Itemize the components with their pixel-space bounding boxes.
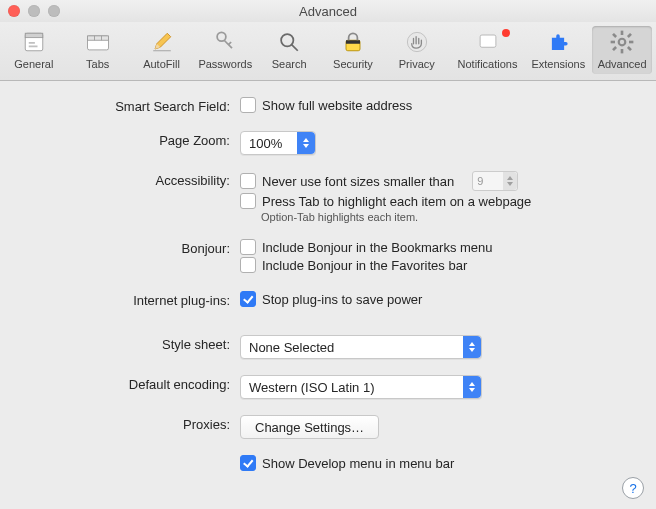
lock-icon xyxy=(339,28,367,56)
checkbox-show-develop-menu[interactable] xyxy=(240,455,256,471)
select-value: Western (ISO Latin 1) xyxy=(241,380,463,395)
notification-badge xyxy=(502,29,510,37)
search-icon xyxy=(275,28,303,56)
general-icon xyxy=(20,28,48,56)
tab-label: Privacy xyxy=(399,58,435,70)
svg-rect-27 xyxy=(612,46,617,51)
stepper-arrows-icon xyxy=(463,336,481,358)
hand-icon xyxy=(403,28,431,56)
svg-rect-26 xyxy=(627,33,632,38)
svg-line-13 xyxy=(229,42,232,45)
checkbox-min-font-size[interactable] xyxy=(240,173,256,189)
tab-tabs[interactable]: Tabs xyxy=(68,26,128,74)
svg-rect-24 xyxy=(629,41,633,44)
window-minimize-button[interactable] xyxy=(28,5,40,17)
help-button[interactable]: ? xyxy=(622,477,644,499)
tab-extensions[interactable]: Extensions xyxy=(528,26,588,74)
checkbox-label: Press Tab to highlight each item on a we… xyxy=(262,194,531,209)
notification-icon xyxy=(474,28,502,56)
select-default-encoding[interactable]: Western (ISO Latin 1) xyxy=(240,375,482,399)
help-icon: ? xyxy=(629,481,636,496)
svg-point-18 xyxy=(407,32,426,51)
label-accessibility: Accessibility: xyxy=(20,171,240,188)
select-value: None Selected xyxy=(241,340,463,355)
label-bonjour: Bonjour: xyxy=(20,239,240,256)
tab-label: Tabs xyxy=(86,58,109,70)
checkbox-tab-highlight[interactable] xyxy=(240,193,256,209)
svg-point-29 xyxy=(620,40,624,44)
svg-rect-2 xyxy=(29,42,35,44)
tab-general[interactable]: General xyxy=(4,26,64,74)
select-page-zoom[interactable]: 100% xyxy=(240,131,316,155)
tab-label: AutoFill xyxy=(143,58,180,70)
label-plugins: Internet plug-ins: xyxy=(20,291,240,308)
tab-label: Advanced xyxy=(598,58,647,70)
tab-label: General xyxy=(14,58,53,70)
svg-rect-5 xyxy=(87,36,108,40)
svg-rect-19 xyxy=(480,35,496,47)
svg-rect-1 xyxy=(25,33,43,37)
svg-rect-28 xyxy=(627,46,632,51)
stepper-arrows-icon xyxy=(463,376,481,398)
tab-label: Search xyxy=(272,58,307,70)
button-change-proxy-settings[interactable]: Change Settings… xyxy=(240,415,379,439)
button-label: Change Settings… xyxy=(255,420,364,435)
stepper-arrows-icon xyxy=(503,172,517,190)
label-style-sheet: Style sheet: xyxy=(20,335,240,352)
tab-label: Passwords xyxy=(198,58,252,70)
select-min-font-size: 9 xyxy=(472,171,518,191)
label-proxies: Proxies: xyxy=(20,415,240,432)
label-page-zoom: Page Zoom: xyxy=(20,131,240,148)
prefs-toolbar: General Tabs AutoFill Passwords Search S… xyxy=(0,22,656,81)
window-zoom-button[interactable] xyxy=(48,5,60,17)
svg-rect-17 xyxy=(346,40,360,44)
checkbox-stop-plugins[interactable] xyxy=(240,291,256,307)
checkbox-label: Show full website address xyxy=(262,98,412,113)
select-style-sheet[interactable]: None Selected xyxy=(240,335,482,359)
tab-label: Notifications xyxy=(458,58,518,70)
tab-advanced[interactable]: Advanced xyxy=(592,26,652,74)
checkbox-show-full-url[interactable] xyxy=(240,97,256,113)
svg-rect-3 xyxy=(29,46,38,48)
svg-rect-23 xyxy=(611,41,615,44)
label-smart-search: Smart Search Field: xyxy=(20,97,240,114)
window-title: Advanced xyxy=(0,4,656,19)
checkbox-label: Include Bonjour in the Bookmarks menu xyxy=(262,240,493,255)
checkbox-label: Include Bonjour in the Favorites bar xyxy=(262,258,467,273)
tab-autofill[interactable]: AutoFill xyxy=(132,26,192,74)
tab-passwords[interactable]: Passwords xyxy=(195,26,255,74)
tab-label: Extensions xyxy=(531,58,585,70)
select-value: 9 xyxy=(473,175,503,187)
tab-privacy[interactable]: Privacy xyxy=(387,26,447,74)
label-default-encoding: Default encoding: xyxy=(20,375,240,392)
svg-point-14 xyxy=(281,34,293,46)
tab-label: Security xyxy=(333,58,373,70)
svg-rect-22 xyxy=(621,49,624,53)
svg-rect-25 xyxy=(612,33,617,38)
window-close-button[interactable] xyxy=(8,5,20,17)
select-value: 100% xyxy=(241,136,297,151)
tab-search[interactable]: Search xyxy=(259,26,319,74)
tab-security[interactable]: Security xyxy=(323,26,383,74)
key-icon xyxy=(211,28,239,56)
stepper-arrows-icon xyxy=(297,132,315,154)
pencil-icon xyxy=(148,28,176,56)
svg-rect-21 xyxy=(621,31,624,35)
svg-line-15 xyxy=(292,45,298,51)
puzzle-icon xyxy=(544,28,572,56)
checkbox-label: Never use font sizes smaller than xyxy=(262,174,454,189)
tab-notifications[interactable]: Notifications xyxy=(451,26,525,74)
checkbox-label: Show Develop menu in menu bar xyxy=(262,456,454,471)
checkbox-bonjour-favorites[interactable] xyxy=(240,257,256,273)
gear-icon xyxy=(608,28,636,56)
hint-text: Option-Tab highlights each item. xyxy=(261,211,636,223)
checkbox-bonjour-bookmarks[interactable] xyxy=(240,239,256,255)
checkbox-label: Stop plug-ins to save power xyxy=(262,292,422,307)
tabs-icon xyxy=(84,28,112,56)
